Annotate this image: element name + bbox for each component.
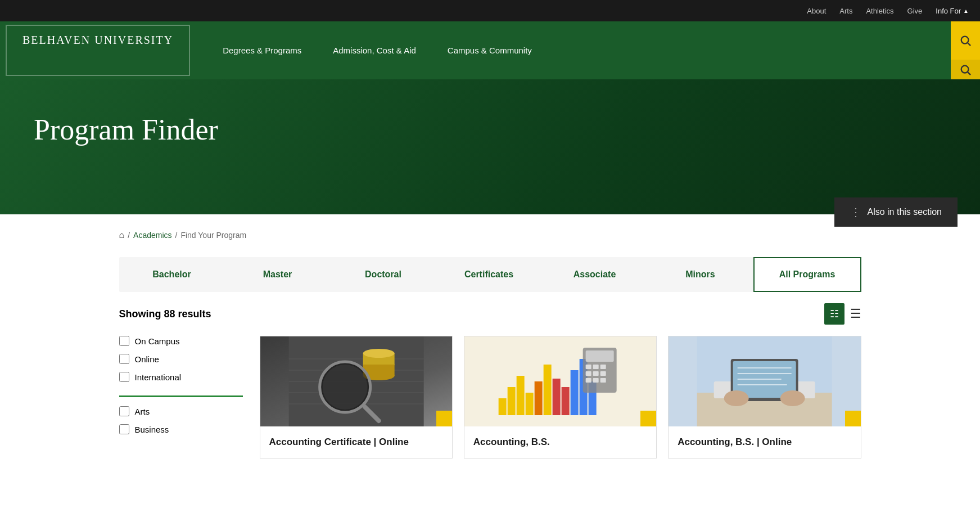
info-for-label: Info For [936, 7, 961, 15]
svg-point-16 [322, 365, 367, 410]
arts-checkbox[interactable] [119, 406, 129, 416]
coin-magnifier-svg [260, 336, 452, 426]
svg-rect-36 [593, 371, 598, 376]
athletics-link[interactable]: Athletics [866, 7, 893, 15]
card-accounting-bs[interactable]: Accounting, B.S. [464, 336, 657, 458]
svg-rect-38 [585, 378, 591, 383]
search-icon [959, 34, 972, 47]
svg-rect-35 [585, 371, 591, 376]
arts-link[interactable]: Arts [839, 7, 852, 15]
filter-divider [119, 395, 243, 397]
results-count: Showing 88 results [119, 308, 211, 320]
give-link[interactable]: Give [907, 7, 923, 15]
on-campus-checkbox[interactable] [119, 336, 129, 346]
business-checkbox[interactable] [119, 424, 129, 434]
grid-view-button[interactable]: ☷ [824, 303, 844, 325]
hero-section: Program Finder ⋮ Also in this section [0, 79, 980, 214]
svg-point-50 [724, 390, 749, 406]
svg-rect-20 [507, 387, 515, 415]
svg-point-12 [363, 349, 394, 358]
card-accounting-bs-online[interactable]: Accounting, B.S. | Online [668, 336, 861, 458]
tab-master[interactable]: Master [225, 257, 331, 292]
cards-grid: Accounting Certificate | Online [260, 336, 861, 458]
tab-minors[interactable]: Minors [648, 257, 753, 292]
search-icon-2 [959, 64, 972, 76]
list-view-button[interactable]: ☰ [850, 307, 861, 321]
tabs-row: Bachelor Master Doctoral Certificates As… [119, 257, 861, 292]
tab-bachelor[interactable]: Bachelor [119, 257, 225, 292]
bar-chart-svg [464, 336, 656, 426]
arts-label: Arts [135, 407, 150, 416]
filter-online[interactable]: Online [119, 354, 243, 364]
card-image-1 [260, 336, 452, 426]
category-filter-group: Arts Business [119, 406, 243, 434]
tab-associate[interactable]: Associate [542, 257, 648, 292]
tab-certificates[interactable]: Certificates [436, 257, 542, 292]
nav-links: Degrees & Programs Admission, Cost & Aid… [207, 21, 548, 79]
search-button[interactable] [951, 21, 980, 60]
card-body-3: Accounting, B.S. | Online [669, 426, 860, 458]
online-checkbox[interactable] [119, 354, 129, 364]
filter-international[interactable]: International [119, 372, 243, 382]
card-title-2: Accounting, B.S. [473, 435, 647, 449]
svg-rect-19 [498, 398, 506, 415]
main-layout: On Campus Online International Arts [119, 336, 861, 458]
card-accounting-certificate-online[interactable]: Accounting Certificate | Online [260, 336, 453, 458]
nav-degrees-programs[interactable]: Degrees & Programs [207, 32, 317, 70]
about-link[interactable]: About [807, 7, 826, 15]
svg-point-0 [961, 37, 969, 44]
nav-admission-cost-aid[interactable]: Admission, Cost & Aid [317, 32, 432, 70]
dots-icon: ⋮ [850, 205, 861, 219]
svg-line-1 [968, 43, 970, 46]
international-checkbox[interactable] [119, 372, 129, 382]
tab-doctoral[interactable]: Doctoral [331, 257, 436, 292]
results-header: Showing 88 results ☷ ☰ [119, 303, 861, 325]
svg-rect-23 [534, 381, 542, 415]
nav-campus-community[interactable]: Campus & Community [432, 32, 548, 70]
breadcrumb-current: Find Your Program [180, 231, 246, 240]
tab-all-programs[interactable]: All Programs [753, 257, 861, 292]
svg-rect-21 [516, 376, 524, 415]
card-corner-3 [845, 411, 861, 426]
card-body-1: Accounting Certificate | Online [260, 426, 452, 458]
search-button-2[interactable] [951, 60, 980, 79]
svg-rect-31 [585, 350, 613, 362]
svg-rect-24 [543, 365, 551, 415]
svg-rect-25 [552, 379, 560, 415]
info-for-menu[interactable]: Info For ▲ [936, 7, 969, 15]
svg-line-3 [968, 72, 970, 75]
location-filter-group: On Campus Online International [119, 336, 243, 382]
chevron-up-icon: ▲ [963, 8, 969, 14]
card-corner-1 [436, 411, 452, 426]
also-in-section-button[interactable]: ⋮ Also in this section [834, 197, 958, 227]
breadcrumb-separator-2: / [175, 231, 178, 240]
breadcrumb-academics[interactable]: Academics [133, 231, 171, 240]
page-title: Program Finder [34, 113, 946, 146]
breadcrumb: ⌂ / Academics / Find Your Program [119, 214, 861, 251]
view-toggle: ☷ ☰ [824, 303, 861, 325]
svg-rect-34 [600, 365, 606, 369]
card-body-2: Accounting, B.S. [464, 426, 656, 458]
also-section-label: Also in this section [867, 207, 942, 217]
main-nav: BELHAVEN UNIVERSITY Degrees & Programs A… [0, 21, 980, 79]
card-title-1: Accounting Certificate | Online [269, 435, 443, 449]
content-area: ⌂ / Academics / Find Your Program Bachel… [97, 214, 884, 458]
breadcrumb-separator-1: / [128, 231, 130, 240]
card-image-2 [464, 336, 656, 426]
laptop-svg [669, 336, 860, 426]
home-icon[interactable]: ⌂ [119, 230, 125, 240]
filter-arts[interactable]: Arts [119, 406, 243, 416]
svg-rect-27 [570, 370, 578, 415]
filter-on-campus[interactable]: On Campus [119, 336, 243, 346]
card-image-3 [669, 336, 860, 426]
filter-business[interactable]: Business [119, 424, 243, 434]
international-label: International [135, 372, 182, 382]
logo-area[interactable]: BELHAVEN UNIVERSITY [6, 25, 190, 76]
top-bar: About Arts Athletics Give Info For ▲ [0, 0, 980, 21]
search-column [951, 21, 980, 79]
site-logo: BELHAVEN UNIVERSITY [22, 34, 173, 46]
on-campus-label: On Campus [135, 336, 180, 346]
svg-rect-40 [600, 378, 606, 383]
svg-rect-26 [561, 387, 569, 415]
svg-rect-22 [525, 393, 533, 415]
